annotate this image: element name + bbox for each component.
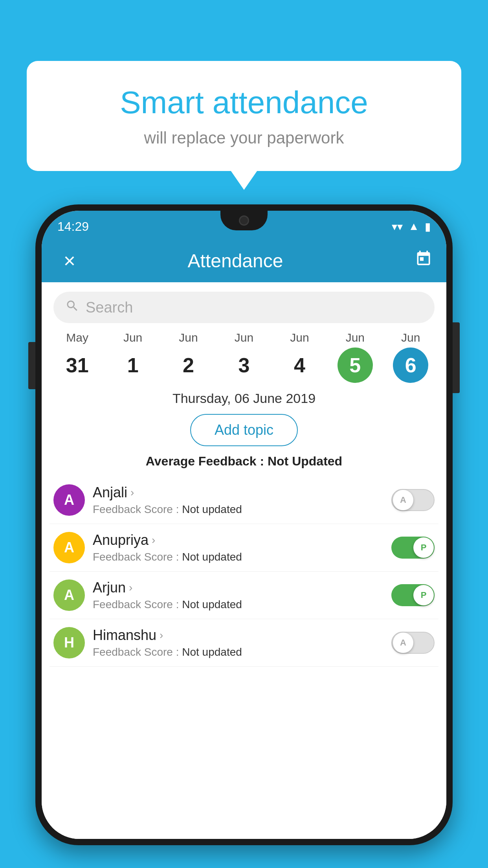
student-item-3[interactable]: HHimanshu›Feedback Score : Not updatedA: [50, 619, 438, 667]
phone-notch: [220, 211, 268, 230]
date-day-2[interactable]: 2: [171, 348, 206, 383]
calendar-button[interactable]: [415, 250, 432, 271]
date-day-3[interactable]: 3: [226, 348, 262, 383]
selected-date-label: Thursday, 06 June 2019: [42, 391, 446, 406]
date-month-3: Jun: [235, 331, 253, 344]
date-month-5: Jun: [346, 331, 365, 344]
attendance-toggle-2[interactable]: P: [391, 584, 435, 606]
date-item-6[interactable]: Jun6: [393, 331, 428, 383]
toggle-container-0[interactable]: A: [391, 489, 435, 511]
speech-bubble-title: Smart attendance: [46, 85, 442, 121]
app-title: Attendance: [83, 250, 387, 272]
date-item-1[interactable]: Jun1: [115, 331, 150, 383]
close-button[interactable]: ×: [56, 249, 83, 272]
date-item-3[interactable]: Jun3: [226, 331, 262, 383]
chevron-icon-0: ›: [130, 486, 134, 499]
student-item-1[interactable]: AAnupriya›Feedback Score : Not updatedP: [50, 524, 438, 572]
student-info-0: Anjali›Feedback Score : Not updated: [93, 484, 383, 516]
app-bar: × Attendance: [42, 239, 446, 282]
date-month-4: Jun: [290, 331, 309, 344]
signal-icon: ▲: [408, 220, 419, 233]
student-avatar-0: A: [53, 484, 85, 516]
chevron-icon-1: ›: [152, 534, 155, 546]
date-month-6: Jun: [401, 331, 420, 344]
status-icons: ▾▾ ▲ ▮: [392, 220, 431, 233]
add-topic-button[interactable]: Add topic: [190, 414, 298, 446]
search-bar[interactable]: Search: [53, 292, 435, 323]
feedback-score-0: Feedback Score : Not updated: [93, 503, 383, 516]
front-camera: [239, 215, 249, 226]
feedback-score-1: Feedback Score : Not updated: [93, 551, 383, 563]
toggle-knob-1: P: [413, 537, 434, 558]
student-avatar-2: A: [53, 579, 85, 611]
student-info-2: Arjun›Feedback Score : Not updated: [93, 579, 383, 611]
battery-icon: ▮: [425, 220, 431, 233]
student-name-3: Himanshu›: [93, 627, 383, 644]
toggle-container-2[interactable]: P: [391, 584, 435, 606]
phone-screen: 14:29 ▾▾ ▲ ▮ × Attendance: [42, 211, 446, 839]
wifi-icon: ▾▾: [392, 220, 403, 233]
toggle-knob-0: A: [393, 490, 413, 510]
date-picker-row: May31Jun1Jun2Jun3Jun4Jun5Jun6: [42, 323, 446, 383]
student-avatar-3: H: [53, 627, 85, 658]
search-icon: [65, 299, 79, 316]
date-day-1[interactable]: 1: [115, 348, 150, 383]
toggle-knob-2: P: [413, 585, 434, 605]
student-info-1: Anupriya›Feedback Score : Not updated: [93, 532, 383, 563]
toggle-container-1[interactable]: P: [391, 537, 435, 559]
attendance-toggle-1[interactable]: P: [391, 537, 435, 559]
student-info-3: Himanshu›Feedback Score : Not updated: [93, 627, 383, 658]
student-name-2: Arjun›: [93, 579, 383, 596]
attendance-toggle-0[interactable]: A: [391, 489, 435, 511]
date-item-0[interactable]: May31: [60, 331, 95, 383]
avg-feedback-value: Not Updated: [268, 454, 342, 468]
toggle-knob-3: A: [393, 633, 413, 653]
student-avatar-1: A: [53, 532, 85, 563]
date-item-2[interactable]: Jun2: [171, 331, 206, 383]
date-month-0: May: [66, 331, 88, 344]
chevron-icon-3: ›: [160, 629, 163, 642]
student-item-2[interactable]: AArjun›Feedback Score : Not updatedP: [50, 572, 438, 619]
average-feedback: Average Feedback : Not Updated: [42, 454, 446, 469]
attendance-toggle-3[interactable]: A: [391, 632, 435, 654]
speech-bubble: Smart attendance will replace your paper…: [27, 61, 461, 171]
search-placeholder: Search: [86, 299, 133, 316]
date-month-1: Jun: [123, 331, 142, 344]
student-name-1: Anupriya›: [93, 532, 383, 548]
student-item-0[interactable]: AAnjali›Feedback Score : Not updatedA: [50, 476, 438, 524]
speech-bubble-container: Smart attendance will replace your paper…: [27, 61, 461, 171]
date-day-6[interactable]: 6: [393, 348, 428, 383]
date-month-2: Jun: [179, 331, 198, 344]
phone-mockup: 14:29 ▾▾ ▲ ▮ × Attendance: [35, 204, 453, 845]
feedback-score-3: Feedback Score : Not updated: [93, 646, 383, 658]
toggle-container-3[interactable]: A: [391, 632, 435, 654]
chevron-icon-2: ›: [129, 581, 132, 594]
date-item-5[interactable]: Jun5: [338, 331, 373, 383]
date-day-4[interactable]: 4: [282, 348, 317, 383]
content-area: Search May31Jun1Jun2Jun3Jun4Jun5Jun6 Thu…: [42, 282, 446, 839]
student-list: AAnjali›Feedback Score : Not updatedAAAn…: [42, 476, 446, 667]
student-name-0: Anjali›: [93, 484, 383, 501]
avg-feedback-label: Average Feedback :: [146, 454, 268, 468]
date-day-5[interactable]: 5: [338, 348, 373, 383]
date-item-4[interactable]: Jun4: [282, 331, 317, 383]
date-day-0[interactable]: 31: [60, 348, 95, 383]
status-time: 14:29: [57, 219, 89, 234]
feedback-score-2: Feedback Score : Not updated: [93, 598, 383, 611]
phone-body: 14:29 ▾▾ ▲ ▮ × Attendance: [35, 204, 453, 845]
speech-bubble-subtitle: will replace your paperwork: [46, 129, 442, 147]
